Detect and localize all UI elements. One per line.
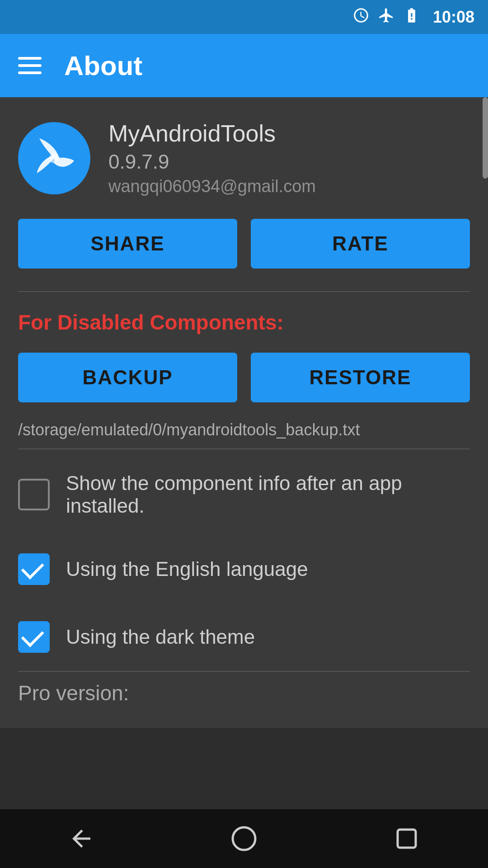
nav-bar: [0, 809, 488, 868]
backup-button[interactable]: BACKUP: [18, 353, 237, 402]
disabled-components-label: For Disabled Components:: [18, 310, 470, 335]
checkbox-show-component-info-label: Show the component info after an app ins…: [66, 472, 470, 517]
app-version: 0.9.7.9: [108, 151, 316, 173]
app-logo: [18, 122, 90, 194]
scrollbar[interactable]: [483, 97, 488, 179]
pro-version-label: Pro version:: [18, 671, 470, 705]
back-button[interactable]: [59, 816, 104, 861]
backup-buttons: BACKUP RESTORE: [18, 353, 470, 402]
svg-point-1: [233, 827, 255, 850]
checkbox-english-language: Using the English language: [18, 535, 470, 603]
divider-1: [18, 291, 470, 292]
app-bar: About: [0, 34, 488, 97]
backup-path: /storage/emulated/0/myandroidtools_backu…: [18, 420, 470, 449]
app-email: wangqi060934@gmail.com: [108, 177, 316, 196]
airplane-icon: [378, 7, 395, 28]
action-buttons: SHARE RATE: [18, 219, 470, 269]
svg-rect-2: [398, 830, 416, 848]
share-button[interactable]: SHARE: [18, 219, 237, 269]
checkbox-show-component-info: Show the component info after an app ins…: [18, 454, 470, 535]
app-info-section: MyAndroidTools 0.9.7.9 wangqi060934@gmai…: [18, 120, 470, 196]
page-title: About: [64, 50, 142, 81]
app-details: MyAndroidTools 0.9.7.9 wangqi060934@gmai…: [108, 120, 316, 196]
home-button[interactable]: [221, 816, 267, 861]
status-time: 10:08: [433, 8, 474, 27]
battery-icon: [403, 7, 420, 28]
alarm-icon: [352, 7, 370, 28]
rate-button[interactable]: RATE: [251, 219, 470, 269]
checkbox-english-language-input[interactable]: [18, 553, 50, 585]
svg-point-0: [49, 153, 59, 163]
app-name: MyAndroidTools: [108, 120, 316, 147]
status-bar: 10:08: [0, 0, 488, 34]
checkbox-show-component-info-input[interactable]: [18, 479, 50, 510]
checkbox-dark-theme-label: Using the dark theme: [66, 626, 255, 648]
checkbox-dark-theme-input[interactable]: [18, 621, 50, 653]
checkbox-dark-theme: Using the dark theme: [18, 603, 470, 671]
hamburger-menu-icon[interactable]: [18, 57, 42, 74]
status-icons: 10:08: [352, 7, 474, 28]
main-content: MyAndroidTools 0.9.7.9 wangqi060934@gmai…: [0, 97, 488, 728]
recents-button[interactable]: [384, 816, 429, 861]
restore-button[interactable]: RESTORE: [251, 353, 470, 402]
checkbox-english-language-label: Using the English language: [66, 558, 308, 580]
